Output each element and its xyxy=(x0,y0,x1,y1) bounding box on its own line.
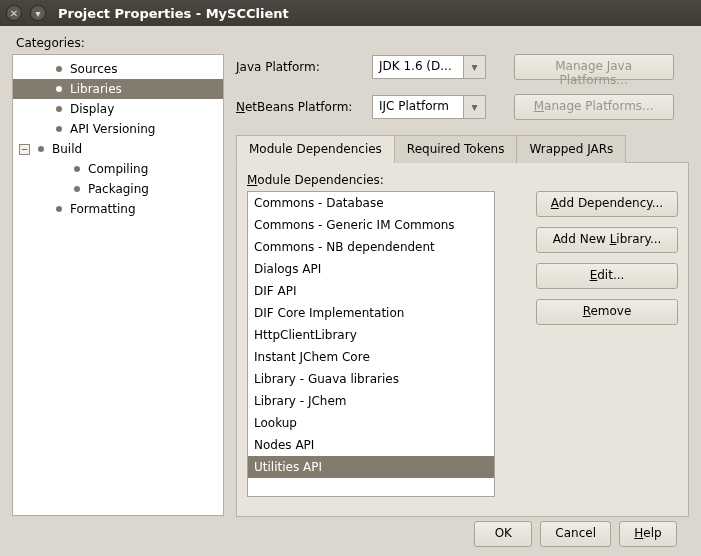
list-item[interactable]: Dialogs API xyxy=(248,258,494,280)
netbeans-platform-label: NetBeans Platform: xyxy=(236,100,362,114)
tab-module-dependencies[interactable]: Module Dependencies xyxy=(236,135,395,163)
chevron-down-icon[interactable]: ▾ xyxy=(464,55,486,79)
tree-item-formatting[interactable]: Formatting xyxy=(13,199,223,219)
expander-icon[interactable]: − xyxy=(19,144,30,155)
tree-item-display[interactable]: Display xyxy=(13,99,223,119)
tree-item-label: Libraries xyxy=(70,82,122,96)
list-item[interactable]: Library - JChem xyxy=(248,390,494,412)
add-new-library-button[interactable]: Add New Library... xyxy=(536,227,678,253)
bullet-icon xyxy=(56,86,62,92)
tree-item-build[interactable]: −Build xyxy=(13,139,223,159)
window-title: Project Properties - MySCClient xyxy=(58,6,289,21)
tree-item-label: Compiling xyxy=(88,162,148,176)
java-platform-label: Java Platform: xyxy=(236,60,362,74)
minimize-icon[interactable]: ▾ xyxy=(30,5,46,21)
list-item[interactable]: HttpClientLibrary xyxy=(248,324,494,346)
categories-label: Categories: xyxy=(16,36,689,50)
list-item[interactable]: Lookup xyxy=(248,412,494,434)
ok-button[interactable]: OK xyxy=(474,521,532,547)
categories-tree[interactable]: SourcesLibrariesDisplayAPI Versioning−Bu… xyxy=(12,54,224,516)
tree-item-label: Display xyxy=(70,102,114,116)
tree-item-sources[interactable]: Sources xyxy=(13,59,223,79)
add-dependency-button[interactable]: Add Dependency... xyxy=(536,191,678,217)
tab-bar: Module Dependencies Required Tokens Wrap… xyxy=(236,134,689,163)
list-item[interactable]: Commons - Database xyxy=(248,192,494,214)
tree-item-label: Build xyxy=(52,142,82,156)
chevron-down-icon[interactable]: ▾ xyxy=(464,95,486,119)
list-item[interactable]: Instant JChem Core xyxy=(248,346,494,368)
bullet-icon xyxy=(74,186,80,192)
titlebar: ✕ ▾ Project Properties - MySCClient xyxy=(0,0,701,26)
tab-wrapped-jars[interactable]: Wrapped JARs xyxy=(516,135,626,163)
tree-item-label: Packaging xyxy=(88,182,149,196)
manage-java-platforms-button[interactable]: Manage Java Platforms... xyxy=(514,54,674,80)
list-item[interactable]: Commons - Generic IM Commons xyxy=(248,214,494,236)
tree-item-api-versioning[interactable]: API Versioning xyxy=(13,119,223,139)
tree-item-packaging[interactable]: Packaging xyxy=(13,179,223,199)
cancel-button[interactable]: Cancel xyxy=(540,521,611,547)
remove-button[interactable]: Remove xyxy=(536,299,678,325)
module-dependencies-list[interactable]: Commons - DatabaseCommons - Generic IM C… xyxy=(247,191,495,497)
list-item[interactable]: Nodes API xyxy=(248,434,494,456)
bullet-icon xyxy=(38,146,44,152)
tree-item-libraries[interactable]: Libraries xyxy=(13,79,223,99)
help-button[interactable]: Help xyxy=(619,521,677,547)
list-item[interactable]: Library - Guava libraries xyxy=(248,368,494,390)
list-item[interactable]: DIF Core Implementation xyxy=(248,302,494,324)
java-platform-select[interactable]: JDK 1.6 (D... ▾ xyxy=(372,55,486,79)
close-icon[interactable]: ✕ xyxy=(6,5,22,21)
edit-button[interactable]: Edit... xyxy=(536,263,678,289)
tree-item-label: API Versioning xyxy=(70,122,155,136)
bullet-icon xyxy=(56,206,62,212)
tab-required-tokens[interactable]: Required Tokens xyxy=(394,135,518,163)
bullet-icon xyxy=(56,126,62,132)
bullet-icon xyxy=(56,66,62,72)
bullet-icon xyxy=(56,106,62,112)
tree-item-compiling[interactable]: Compiling xyxy=(13,159,223,179)
tree-item-label: Sources xyxy=(70,62,117,76)
list-item[interactable]: Commons - NB dependendent xyxy=(248,236,494,258)
netbeans-platform-select[interactable]: IJC Platform ▾ xyxy=(372,95,486,119)
bullet-icon xyxy=(74,166,80,172)
manage-platforms-button[interactable]: Manage Platforms... xyxy=(514,94,674,120)
tree-item-label: Formatting xyxy=(70,202,136,216)
list-item[interactable]: Utilities API xyxy=(248,456,494,478)
module-dependencies-label: Module Dependencies: xyxy=(247,173,678,187)
list-item[interactable]: DIF API xyxy=(248,280,494,302)
